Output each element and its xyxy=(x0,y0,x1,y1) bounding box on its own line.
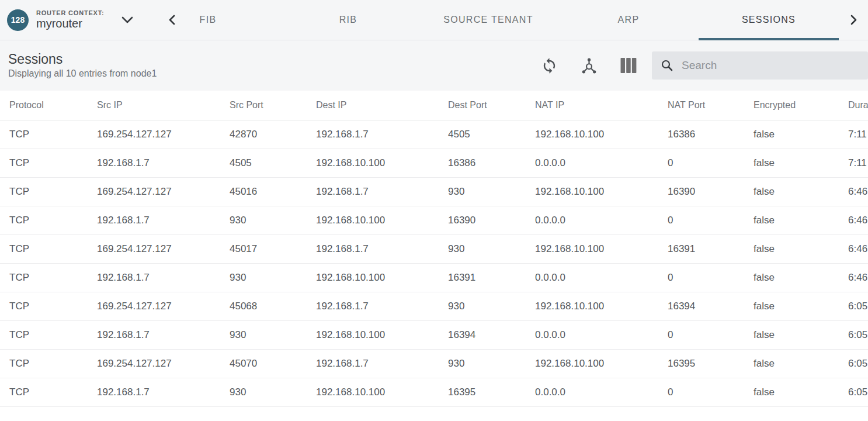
table-cell: 0 xyxy=(658,320,744,349)
table-cell: 192.168.10.100 xyxy=(526,234,658,263)
topology-icon[interactable] xyxy=(580,57,598,75)
table-cell: 169.254.127.127 xyxy=(88,292,220,320)
table-cell: 6:05 xyxy=(839,320,868,349)
table-cell: false xyxy=(744,320,839,349)
column-header-protocol[interactable]: Protocol xyxy=(0,91,88,120)
tab-source-tenant[interactable]: SOURCE TENANT xyxy=(418,0,558,40)
tab-fib[interactable]: FIB xyxy=(138,0,278,40)
table-cell: 45070 xyxy=(220,349,307,378)
sessions-table: ProtocolSrc IPSrc PortDest IPDest PortNA… xyxy=(0,91,868,407)
tab-label: ARP xyxy=(618,15,640,25)
toolbar: Sessions Displaying all 10 entries from … xyxy=(0,40,868,91)
table-cell: TCP xyxy=(0,378,88,406)
tab-arp[interactable]: ARP xyxy=(558,0,699,40)
table-cell: TCP xyxy=(0,149,88,177)
active-tab-underline xyxy=(699,38,839,40)
table-cell: TCP xyxy=(0,349,88,378)
table-cell: TCP xyxy=(0,292,88,320)
sessions-table-container: ProtocolSrc IPSrc PortDest IPDest PortNA… xyxy=(0,91,868,407)
chevron-down-icon[interactable] xyxy=(120,13,134,27)
column-header-dest-port[interactable]: Dest Port xyxy=(439,91,526,120)
table-cell: 0 xyxy=(658,378,744,406)
table-cell: 0.0.0.0 xyxy=(526,378,658,406)
table-cell: 0 xyxy=(658,263,744,292)
table-cell: TCP xyxy=(0,320,88,349)
table-cell: 16386 xyxy=(439,149,526,177)
table-cell: 192.168.1.7 xyxy=(88,320,220,349)
title-block: Sessions Displaying all 10 entries from … xyxy=(8,52,157,79)
table-cell: false xyxy=(744,120,839,149)
column-header-nat-port[interactable]: NAT Port xyxy=(658,91,744,120)
refresh-icon[interactable] xyxy=(541,57,558,74)
table-cell: 930 xyxy=(220,263,307,292)
table-cell: 192.168.10.100 xyxy=(526,120,658,149)
table-cell: 16391 xyxy=(658,234,744,263)
table-cell: false xyxy=(744,349,839,378)
table-cell: 930 xyxy=(439,349,526,378)
column-header-nat-ip[interactable]: NAT IP xyxy=(526,91,658,120)
tab-strip: FIBRIBSOURCE TENANTARPSESSIONS xyxy=(138,0,839,40)
table-cell: false xyxy=(744,206,839,234)
table-cell: 7:11 xyxy=(839,149,868,177)
tab-sessions[interactable]: SESSIONS xyxy=(699,0,839,40)
table-cell: false xyxy=(744,292,839,320)
table-row[interactable]: TCP169.254.127.12745070192.168.1.7930192… xyxy=(0,349,868,378)
column-header-encrypted[interactable]: Encrypted xyxy=(744,91,839,120)
router-badge: 128 xyxy=(7,9,29,31)
table-cell: 6:46 xyxy=(839,263,868,292)
table-cell: 169.254.127.127 xyxy=(88,234,220,263)
table-cell: 192.168.10.100 xyxy=(307,320,439,349)
table-row[interactable]: TCP169.254.127.12742870192.168.1.7450519… xyxy=(0,120,868,149)
columns-icon[interactable] xyxy=(620,58,637,73)
table-row[interactable]: TCP169.254.127.12745068192.168.1.7930192… xyxy=(0,292,868,320)
table-cell: 6:46 xyxy=(839,206,868,234)
column-header-dest-ip[interactable]: Dest IP xyxy=(307,91,439,120)
table-cell: TCP xyxy=(0,263,88,292)
tabs-scroll-right-icon[interactable] xyxy=(839,0,868,40)
table-cell: 0 xyxy=(658,149,744,177)
table-row[interactable]: TCP169.254.127.12745017192.168.1.7930192… xyxy=(0,234,868,263)
table-cell: 6:05 xyxy=(839,349,868,378)
table-cell: 0.0.0.0 xyxy=(526,206,658,234)
table-cell: 930 xyxy=(220,206,307,234)
table-row[interactable]: TCP192.168.1.7930192.168.10.100163910.0.… xyxy=(0,263,868,292)
table-cell: 192.168.1.7 xyxy=(307,349,439,378)
column-header-src-port[interactable]: Src Port xyxy=(220,91,307,120)
table-cell: 192.168.1.7 xyxy=(88,149,220,177)
table-cell: false xyxy=(744,149,839,177)
table-cell: 192.168.1.7 xyxy=(88,263,220,292)
tab-label: FIB xyxy=(200,15,217,25)
table-cell: 16386 xyxy=(658,120,744,149)
table-cell: false xyxy=(744,378,839,406)
table-row[interactable]: TCP169.254.127.12745016192.168.1.7930192… xyxy=(0,177,868,206)
table-cell: 16390 xyxy=(658,177,744,206)
table-row[interactable]: TCP192.168.1.7930192.168.10.100163900.0.… xyxy=(0,206,868,234)
column-header-src-ip[interactable]: Src IP xyxy=(88,91,220,120)
router-context-selector[interactable]: 128 ROUTER CONTEXT: myrouter xyxy=(0,0,153,40)
table-cell: TCP xyxy=(0,206,88,234)
table-header-row: ProtocolSrc IPSrc PortDest IPDest PortNA… xyxy=(0,91,868,120)
table-cell: 45017 xyxy=(220,234,307,263)
router-context-label: ROUTER CONTEXT: xyxy=(36,9,105,16)
search-box[interactable] xyxy=(652,51,868,80)
table-cell: 0.0.0.0 xyxy=(526,320,658,349)
table-cell: 192.168.1.7 xyxy=(307,234,439,263)
tab-rib[interactable]: RIB xyxy=(278,0,418,40)
column-header-duration[interactable]: Duration xyxy=(839,91,868,120)
table-cell: 930 xyxy=(220,320,307,349)
table-cell: TCP xyxy=(0,177,88,206)
table-cell: 16394 xyxy=(439,320,526,349)
topbar: 128 ROUTER CONTEXT: myrouter FIBRIBSOURC… xyxy=(0,0,868,40)
table-cell: false xyxy=(744,234,839,263)
table-cell: 169.254.127.127 xyxy=(88,120,220,149)
search-input[interactable] xyxy=(682,59,860,72)
table-cell: 45016 xyxy=(220,177,307,206)
table-cell: 930 xyxy=(439,234,526,263)
table-cell: 192.168.10.100 xyxy=(307,263,439,292)
tab-label: SESSIONS xyxy=(742,15,796,25)
table-row[interactable]: TCP192.168.1.7930192.168.10.100163940.0.… xyxy=(0,320,868,349)
table-cell: 192.168.10.100 xyxy=(526,292,658,320)
table-cell: false xyxy=(744,263,839,292)
table-row[interactable]: TCP192.168.1.74505192.168.10.100163860.0… xyxy=(0,149,868,177)
table-row[interactable]: TCP192.168.1.7930192.168.10.100163950.0.… xyxy=(0,378,868,406)
